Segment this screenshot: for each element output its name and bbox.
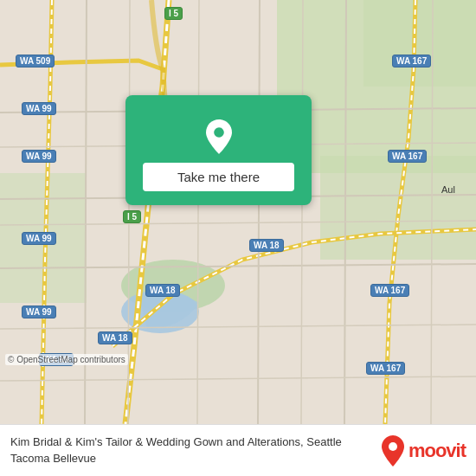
take-me-there-button[interactable]: Take me there — [143, 163, 294, 191]
road-label-wa167-3: WA 167 — [370, 284, 409, 297]
road-label-wa18-1: WA 18 — [249, 239, 284, 252]
road-label-wa509: WA 509 — [16, 55, 55, 68]
road-label-wa167-1: WA 167 — [392, 55, 431, 68]
aul-label: Aul — [441, 184, 455, 195]
moovit-pin-icon — [381, 435, 405, 466]
copyright-text: © OpenStreetMap contributors — [5, 354, 128, 365]
svg-rect-5 — [363, 0, 476, 87]
road-label-i5-south: I 5 — [123, 210, 141, 223]
svg-point-7 — [214, 127, 224, 138]
moovit-brand-text: moovit — [408, 440, 466, 462]
road-label-wa99-2: WA 99 — [22, 150, 56, 163]
road-label-wa99-4: WA 99 — [22, 306, 56, 318]
road-label-wa18-2: WA 18 — [145, 284, 180, 297]
road-label-wa167-4: WA 167 — [366, 362, 405, 375]
location-description: Kim Bridal & Kim's Tailor & Wedding Gown… — [10, 434, 372, 466]
svg-point-8 — [389, 442, 397, 451]
map-container: I 5 I 5 I 5 WA 509 WA 99 WA 99 WA 99 WA … — [0, 0, 476, 424]
road-label-wa167-2: WA 167 — [388, 150, 427, 163]
info-panel: Kim Bridal & Kim's Tailor & Wedding Gown… — [0, 424, 476, 476]
take-me-there-overlay: Take me there — [125, 95, 312, 205]
road-label-i5-north: I 5 — [164, 7, 183, 20]
road-label-wa99-1: WA 99 — [22, 102, 56, 115]
location-pin-icon — [202, 119, 236, 154]
moovit-logo: moovit — [381, 435, 466, 466]
road-label-wa18-3: WA 18 — [98, 331, 132, 344]
road-label-wa99-3: WA 99 — [22, 232, 56, 245]
